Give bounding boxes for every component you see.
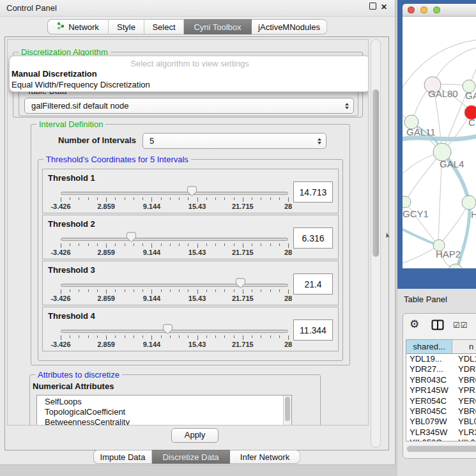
slider-tick bbox=[61, 289, 61, 294]
slider-tick bbox=[151, 335, 152, 340]
slider-track[interactable] bbox=[61, 192, 288, 195]
network-edge[interactable] bbox=[403, 245, 439, 265]
cell-shared-name: YER054C bbox=[406, 396, 452, 406]
table-horizontal-scrollbar[interactable] bbox=[406, 445, 476, 452]
slider-track[interactable] bbox=[61, 284, 288, 287]
table-row[interactable]: YDR27...YDR2 bbox=[406, 364, 476, 374]
tab-discretize-data[interactable]: Discretize Data bbox=[152, 450, 230, 464]
columns-icon[interactable] bbox=[431, 319, 444, 332]
table-data-combobox[interactable]: galFiltered.sif default node bbox=[24, 98, 354, 114]
list-item[interactable]: BetweennessCentrality bbox=[37, 417, 291, 426]
table-row[interactable]: YDL19...YDL1 bbox=[406, 354, 476, 364]
network-node[interactable] bbox=[449, 264, 463, 268]
slider-tick bbox=[252, 335, 252, 338]
gear-icon[interactable]: ⚙ bbox=[410, 318, 419, 331]
list-scrollbar[interactable] bbox=[283, 395, 291, 426]
tick-label: -3.426 bbox=[42, 249, 80, 256]
top-tab-bar: NetworkStyleSelectCyni ToolboxjActiveMNo… bbox=[47, 19, 327, 35]
select-columns-checkboxes-icon[interactable]: ☑☑ bbox=[453, 321, 468, 330]
slider-tick bbox=[234, 289, 234, 292]
table-row[interactable]: YBR045CYBR0 bbox=[406, 406, 476, 417]
network-graph[interactable]: GAL80GACGAL11GAL4GCY1HHAP2 bbox=[403, 17, 476, 268]
slider-tick bbox=[243, 289, 243, 294]
scrollbar-thumb[interactable] bbox=[407, 446, 476, 452]
tick-label: 9.144 bbox=[132, 249, 171, 256]
threshold-value-field[interactable]: 14.713 bbox=[293, 181, 333, 203]
network-node-gcy1[interactable] bbox=[403, 196, 411, 208]
slider-tick bbox=[288, 197, 289, 202]
float-window-icon[interactable] bbox=[368, 3, 377, 12]
slider-tick bbox=[115, 197, 116, 200]
threshold-value-field[interactable]: 6.316 bbox=[293, 227, 333, 249]
zoom-traffic-light-icon[interactable] bbox=[433, 6, 440, 13]
tab-impute-data[interactable]: Impute Data bbox=[93, 450, 152, 464]
slider-tick bbox=[215, 243, 216, 246]
column-header-1[interactable]: shared... bbox=[406, 340, 452, 353]
slider-track[interactable] bbox=[61, 238, 288, 241]
tab-style[interactable]: Style bbox=[109, 19, 144, 35]
slider-track[interactable] bbox=[61, 330, 288, 333]
slider-tick bbox=[179, 197, 180, 200]
table-row[interactable]: YLR345WYLR3 bbox=[406, 427, 476, 438]
tick-label: -3.426 bbox=[42, 295, 80, 302]
popup-option-manual-discretization[interactable]: Manual Discretization bbox=[12, 69, 97, 79]
table-row[interactable]: YBR043CYBR0 bbox=[406, 375, 476, 385]
tab-cyni-toolbox[interactable]: Cyni Toolbox bbox=[184, 19, 252, 35]
node-label: GA bbox=[465, 90, 476, 101]
list-item[interactable]: SelfLoops bbox=[37, 397, 291, 407]
attributes-group: Attributes to discretize Numerical Attri… bbox=[29, 374, 321, 426]
slider-tick bbox=[206, 197, 207, 200]
table-panel-title: Table Panel bbox=[404, 295, 447, 304]
popup-option-equal-width-frequency[interactable]: Equal Width/Frequency Discretization bbox=[12, 80, 150, 89]
table-row[interactable]: YER054CYER0 bbox=[406, 396, 476, 406]
network-edge[interactable] bbox=[405, 152, 442, 202]
column-header-2[interactable]: n bbox=[452, 340, 476, 353]
tab-label: Impute Data bbox=[100, 452, 146, 462]
minimize-traffic-light-icon[interactable] bbox=[420, 6, 427, 13]
slider-tick bbox=[206, 243, 207, 246]
table-rows: YDL19...YDL1YDR27...YDR2YBR043CYBR0YPR14… bbox=[406, 354, 476, 441]
scrollbar-thumb[interactable] bbox=[372, 89, 379, 257]
scrollbar-thumb[interactable] bbox=[285, 397, 290, 421]
table-row[interactable]: YPR145WYPR1 bbox=[406, 385, 476, 395]
network-node-h[interactable] bbox=[462, 196, 476, 210]
slider-tick bbox=[134, 243, 134, 246]
num-intervals-combobox[interactable]: 5 bbox=[142, 133, 326, 149]
settings-scroll-view: Discretization Algorithm Table Data galF… bbox=[7, 39, 369, 426]
network-edge[interactable] bbox=[403, 227, 438, 245]
threshold-value-field[interactable]: 21.4 bbox=[293, 273, 333, 295]
threshold-value-field[interactable]: 11.344 bbox=[293, 319, 333, 341]
slider-tick bbox=[224, 197, 225, 200]
list-item[interactable]: TopologicalCoefficient bbox=[37, 407, 291, 417]
settings-scrollbar[interactable] bbox=[371, 39, 381, 448]
slider-handle[interactable] bbox=[127, 232, 136, 243]
slider-handle[interactable] bbox=[236, 278, 245, 289]
node-label: HAP2 bbox=[436, 249, 461, 259]
tick-label: 21.715 bbox=[224, 341, 262, 348]
numerical-attributes-list[interactable]: SelfLoopsTopologicalCoefficientBetweenne… bbox=[36, 395, 292, 426]
control-panel: Control Panel ✕ NetworkStyleSelectCyni T… bbox=[0, 0, 395, 465]
slider-tick bbox=[97, 335, 98, 338]
network-canvas[interactable]: GAL80GACGAL11GAL4GCY1HHAP2 bbox=[403, 17, 476, 268]
network-edge[interactable] bbox=[433, 47, 476, 85]
close-traffic-light-icon[interactable] bbox=[408, 6, 415, 13]
table-row[interactable]: YIL052CYIL0 bbox=[406, 438, 476, 441]
slider-tick bbox=[115, 289, 116, 292]
slider-handle[interactable] bbox=[163, 324, 173, 335]
slider-tick bbox=[261, 243, 261, 246]
slider-tick bbox=[125, 197, 125, 200]
tick-label: 21.715 bbox=[224, 249, 262, 256]
slider-tick bbox=[142, 335, 143, 338]
tab-network[interactable]: Network bbox=[47, 19, 109, 35]
slider-handle[interactable] bbox=[187, 186, 197, 197]
slider-tick bbox=[215, 335, 216, 338]
table-row[interactable]: YBL079WYBL0 bbox=[406, 417, 476, 427]
cell-shared-name: YBL079W bbox=[406, 417, 452, 427]
group-title: Interval Definition bbox=[36, 119, 105, 129]
tab-infer-network[interactable]: Infer Network bbox=[230, 450, 300, 464]
close-icon[interactable]: ✕ bbox=[380, 3, 388, 12]
tick-label: -3.426 bbox=[42, 341, 80, 348]
tab-select[interactable]: Select bbox=[144, 19, 184, 35]
apply-button[interactable]: Apply bbox=[171, 428, 219, 443]
tab-jactivemnodules[interactable]: jActiveMNodules bbox=[252, 19, 327, 35]
